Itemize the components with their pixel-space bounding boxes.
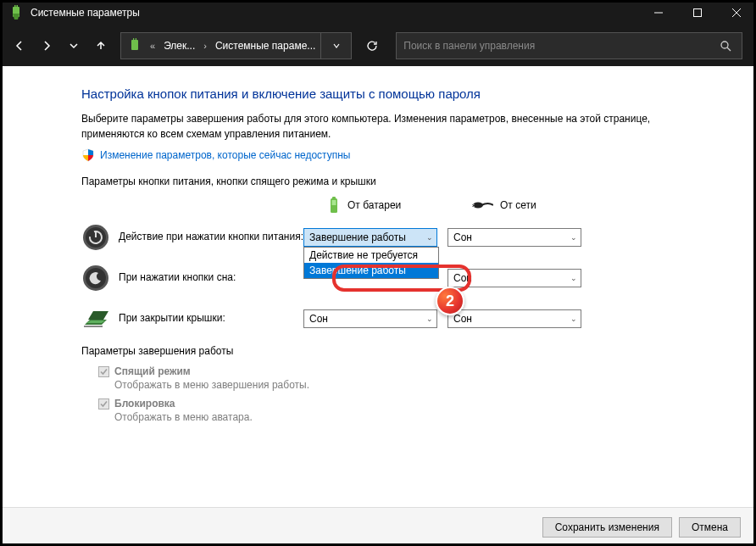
buttons-section-title: Параметры кнопки питания, кнопки спящего… xyxy=(81,176,675,187)
svg-rect-17 xyxy=(95,231,97,237)
chevron-down-icon: ⌄ xyxy=(570,274,577,282)
svg-point-7 xyxy=(721,42,728,48)
up-button[interactable] xyxy=(88,32,114,59)
cancel-button[interactable]: Отмена xyxy=(679,517,741,538)
column-header-battery: От батареи xyxy=(327,196,471,214)
svg-rect-10 xyxy=(332,200,336,205)
svg-rect-5 xyxy=(133,38,134,40)
sleep-button-label: При нажатии кнопки сна: xyxy=(119,271,303,285)
lid-close-ac-dropdown[interactable]: Сон ⌄ xyxy=(447,309,581,328)
refresh-button[interactable] xyxy=(357,32,387,59)
save-button[interactable]: Сохранить изменения xyxy=(542,517,672,538)
svg-rect-13 xyxy=(472,206,475,207)
dropdown-option-none[interactable]: Действие не требуется xyxy=(304,248,438,263)
shield-link-text: Изменение параметров, которые сейчас нед… xyxy=(100,149,351,161)
minimize-button[interactable] xyxy=(639,0,678,25)
window-title: Системные параметры xyxy=(31,7,639,19)
battery-icon xyxy=(327,196,341,214)
search-box[interactable] xyxy=(396,32,742,59)
chevron-down-icon: ⌄ xyxy=(426,315,433,323)
chevron-down-icon: ⌄ xyxy=(426,233,433,242)
power-button-label: Действие при нажатии кнопки питания: xyxy=(119,231,303,244)
breadcrumb-chevron-icon: › xyxy=(200,41,210,51)
titlebar: Системные параметры xyxy=(0,0,756,25)
plug-icon xyxy=(471,199,493,211)
recent-locations-button[interactable] xyxy=(61,32,86,59)
footer: Сохранить изменения Отмена xyxy=(0,507,756,546)
change-unavailable-settings-link[interactable]: Изменение параметров, которые сейчас нед… xyxy=(81,148,675,162)
power-button-ac-dropdown[interactable]: Сон ⌄ xyxy=(447,228,581,247)
lock-checkbox-desc: Отображать в меню аватара. xyxy=(114,411,675,423)
breadcrumb-item-2[interactable]: Системные параме... xyxy=(210,40,320,52)
page-description: Выберите параметры завершения работы для… xyxy=(81,111,675,142)
close-button[interactable] xyxy=(717,0,756,25)
breadcrumb-dropdown-button[interactable] xyxy=(320,32,351,59)
shield-icon xyxy=(81,148,95,162)
breadcrumb-prefix: « xyxy=(147,41,158,51)
column-header-ac: От сети xyxy=(471,199,615,211)
lid-close-label: При закрытии крышки: xyxy=(119,312,303,326)
svg-rect-1 xyxy=(14,5,16,7)
svg-rect-3 xyxy=(694,9,702,17)
maximize-button[interactable] xyxy=(678,0,717,25)
svg-rect-9 xyxy=(332,197,336,199)
navbar: « Элек... › Системные параме... xyxy=(0,25,756,66)
sleep-button-icon xyxy=(81,264,110,292)
search-input[interactable] xyxy=(397,40,709,52)
lid-close-battery-dropdown[interactable]: Сон ⌄ xyxy=(303,309,437,328)
search-button[interactable] xyxy=(709,32,742,59)
svg-rect-4 xyxy=(131,40,138,50)
chevron-down-icon: ⌄ xyxy=(570,233,577,242)
back-button[interactable] xyxy=(7,32,32,59)
lid-close-icon xyxy=(81,304,110,333)
breadcrumb-item-1[interactable]: Элек... xyxy=(158,40,200,52)
sleep-mode-checkbox-desc: Отображать в меню завершения работы. xyxy=(114,379,675,391)
annotation-badge: 2 xyxy=(436,287,464,315)
svg-rect-6 xyxy=(136,38,136,40)
sleep-mode-checkbox xyxy=(98,366,109,377)
sleep-mode-checkbox-label: Спящий режим xyxy=(114,365,191,377)
power-button-icon xyxy=(81,223,110,252)
forward-button[interactable] xyxy=(34,32,59,59)
power-options-icon xyxy=(126,37,143,54)
sleep-button-ac-dropdown[interactable]: Сон ⌄ xyxy=(447,269,581,287)
chevron-down-icon: ⌄ xyxy=(570,315,577,323)
lock-checkbox-label: Блокировка xyxy=(114,398,175,410)
content-area: Настройка кнопок питания и включение защ… xyxy=(0,66,756,507)
page-title: Настройка кнопок питания и включение защ… xyxy=(81,86,675,101)
shutdown-section-title: Параметры завершения работы xyxy=(81,345,675,357)
dropdown-list: Действие не требуется Завершение работы xyxy=(303,247,439,279)
svg-rect-12 xyxy=(472,204,475,205)
power-button-battery-dropdown[interactable]: Завершение работы ⌄ Действие не требуетс… xyxy=(303,228,437,247)
lock-checkbox xyxy=(98,398,109,410)
svg-rect-2 xyxy=(17,5,19,7)
breadcrumb[interactable]: « Элек... › Системные параме... xyxy=(120,32,352,59)
dropdown-option-shutdown[interactable]: Завершение работы xyxy=(304,263,438,278)
app-icon xyxy=(8,5,24,20)
